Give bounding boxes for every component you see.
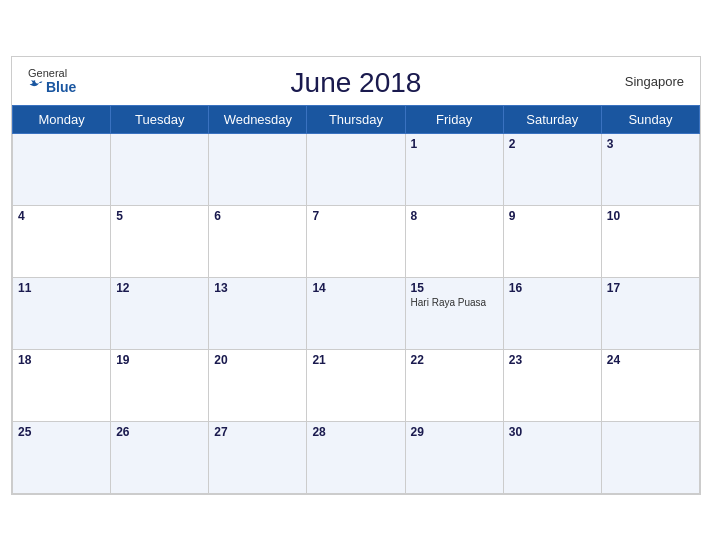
calendar-cell: 26 — [111, 421, 209, 493]
calendar-cell: 30 — [503, 421, 601, 493]
day-number: 21 — [312, 353, 399, 367]
weekday-header-saturday: Saturday — [503, 105, 601, 133]
calendar-location: Singapore — [625, 73, 684, 88]
day-number: 2 — [509, 137, 596, 151]
day-number: 7 — [312, 209, 399, 223]
brand-logo: General Blue — [28, 67, 76, 94]
day-number: 13 — [214, 281, 301, 295]
calendar-cell: 2 — [503, 133, 601, 205]
calendar-container: General Blue June 2018 Singapore MondayT… — [11, 56, 701, 495]
weekday-header-monday: Monday — [13, 105, 111, 133]
calendar-cell: 7 — [307, 205, 405, 277]
day-number: 22 — [411, 353, 498, 367]
calendar-cell: 25 — [13, 421, 111, 493]
day-number: 14 — [312, 281, 399, 295]
day-number: 9 — [509, 209, 596, 223]
calendar-cell: 27 — [209, 421, 307, 493]
day-number: 27 — [214, 425, 301, 439]
calendar-table: MondayTuesdayWednesdayThursdayFridaySatu… — [12, 105, 700, 494]
calendar-cell — [209, 133, 307, 205]
day-number: 17 — [607, 281, 694, 295]
calendar-cell: 6 — [209, 205, 307, 277]
day-number: 15 — [411, 281, 498, 295]
day-number: 18 — [18, 353, 105, 367]
event-label: Hari Raya Puasa — [411, 297, 498, 308]
calendar-cell — [13, 133, 111, 205]
calendar-cell: 18 — [13, 349, 111, 421]
calendar-cell: 10 — [601, 205, 699, 277]
day-number: 6 — [214, 209, 301, 223]
day-number: 4 — [18, 209, 105, 223]
brand-blue-text: Blue — [28, 78, 76, 94]
week-row-4: 18192021222324 — [13, 349, 700, 421]
calendar-cell: 3 — [601, 133, 699, 205]
calendar-cell: 29 — [405, 421, 503, 493]
week-row-2: 45678910 — [13, 205, 700, 277]
day-number: 1 — [411, 137, 498, 151]
day-number: 29 — [411, 425, 498, 439]
day-number: 24 — [607, 353, 694, 367]
weekday-header-friday: Friday — [405, 105, 503, 133]
calendar-cell: 21 — [307, 349, 405, 421]
calendar-title: June 2018 — [28, 67, 684, 99]
calendar-cell: 22 — [405, 349, 503, 421]
calendar-cell — [111, 133, 209, 205]
calendar-cell: 11 — [13, 277, 111, 349]
calendar-cell: 16 — [503, 277, 601, 349]
calendar-cell: 17 — [601, 277, 699, 349]
weekday-header-wednesday: Wednesday — [209, 105, 307, 133]
weekday-header-thursday: Thursday — [307, 105, 405, 133]
calendar-cell: 15Hari Raya Puasa — [405, 277, 503, 349]
day-number: 10 — [607, 209, 694, 223]
day-number: 8 — [411, 209, 498, 223]
calendar-header: General Blue June 2018 Singapore — [12, 57, 700, 105]
calendar-cell: 1 — [405, 133, 503, 205]
day-number: 16 — [509, 281, 596, 295]
weekday-header-sunday: Sunday — [601, 105, 699, 133]
day-number: 23 — [509, 353, 596, 367]
week-row-5: 252627282930 — [13, 421, 700, 493]
calendar-cell — [601, 421, 699, 493]
calendar-cell: 9 — [503, 205, 601, 277]
day-number: 12 — [116, 281, 203, 295]
calendar-cell: 23 — [503, 349, 601, 421]
day-number: 19 — [116, 353, 203, 367]
calendar-cell: 28 — [307, 421, 405, 493]
brand-bird-icon — [28, 78, 44, 94]
calendar-cell: 14 — [307, 277, 405, 349]
brand-general-text: General — [28, 67, 67, 78]
calendar-cell: 12 — [111, 277, 209, 349]
weekday-header-row: MondayTuesdayWednesdayThursdayFridaySatu… — [13, 105, 700, 133]
calendar-cell: 20 — [209, 349, 307, 421]
weekday-header-tuesday: Tuesday — [111, 105, 209, 133]
calendar-cell: 19 — [111, 349, 209, 421]
day-number: 20 — [214, 353, 301, 367]
week-row-1: 123 — [13, 133, 700, 205]
calendar-cell: 24 — [601, 349, 699, 421]
calendar-cell: 5 — [111, 205, 209, 277]
calendar-cell: 8 — [405, 205, 503, 277]
calendar-cell — [307, 133, 405, 205]
day-number: 5 — [116, 209, 203, 223]
day-number: 28 — [312, 425, 399, 439]
day-number: 30 — [509, 425, 596, 439]
day-number: 11 — [18, 281, 105, 295]
day-number: 25 — [18, 425, 105, 439]
day-number: 26 — [116, 425, 203, 439]
calendar-cell: 4 — [13, 205, 111, 277]
week-row-3: 1112131415Hari Raya Puasa1617 — [13, 277, 700, 349]
calendar-cell: 13 — [209, 277, 307, 349]
day-number: 3 — [607, 137, 694, 151]
